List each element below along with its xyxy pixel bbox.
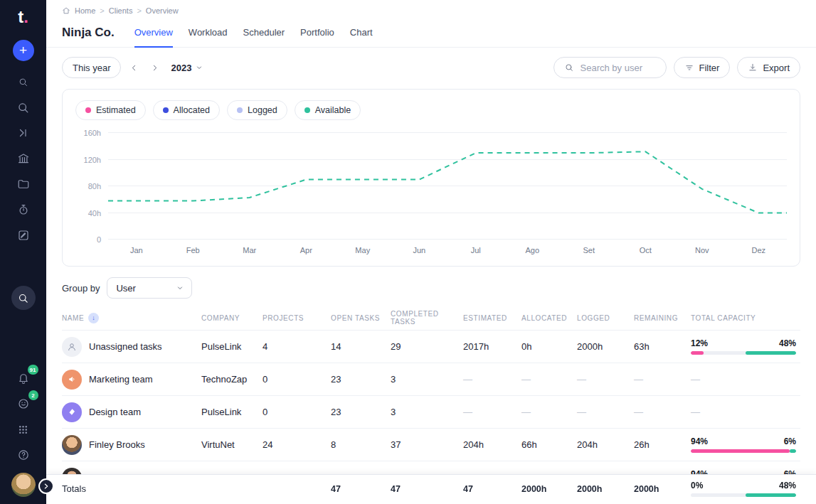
toolbar: This year 2023 Filter Export — [46, 48, 816, 87]
cell-completed-tasks: 3 — [391, 407, 463, 417]
add-button[interactable]: + — [13, 40, 34, 61]
legend-item-allocated[interactable]: Allocated — [153, 100, 220, 120]
breadcrumb-clients[interactable]: Clients — [109, 6, 133, 15]
search-icon — [564, 63, 574, 73]
month-label: Nov — [674, 246, 731, 254]
column-header-allocated[interactable]: Allocated — [521, 314, 577, 322]
table-row[interactable]: Finley BrooksVirtuNet24837204h66h204h26h… — [62, 429, 800, 461]
folder-icon[interactable] — [11, 172, 36, 196]
tab-portfolio[interactable]: Portfolio — [300, 18, 334, 48]
tab-overview[interactable]: Overview — [134, 18, 173, 48]
totals-estimated: 47 — [463, 484, 521, 494]
apps-grid-icon[interactable] — [11, 417, 36, 441]
range-button[interactable]: This year — [62, 57, 121, 78]
y-tick-label: 120h — [84, 156, 101, 164]
sort-descending-icon[interactable]: ↓ — [88, 313, 99, 323]
capacity-right-bar — [790, 449, 796, 453]
y-axis-labels: 160h120h80h40h0 — [75, 133, 108, 240]
capacity-track — [691, 493, 796, 497]
cell-projects: 0 — [263, 407, 331, 417]
search-small-icon[interactable] — [11, 70, 36, 94]
capacity-labels: 12%48% — [691, 338, 796, 348]
cell-completed-tasks: 37 — [391, 439, 463, 450]
legend-dot — [85, 107, 91, 113]
search-by-user-box[interactable] — [553, 57, 667, 78]
chart-plot — [108, 133, 787, 240]
month-label: Ago — [504, 246, 561, 254]
filter-button[interactable]: Filter — [674, 57, 731, 78]
capacity-left-bar — [691, 351, 704, 355]
prev-period-button[interactable] — [127, 63, 142, 73]
column-header-company[interactable]: Company — [201, 314, 263, 322]
capacity-labels: 0%48% — [691, 481, 796, 490]
groupby-label: Group by — [62, 283, 100, 294]
skip-end-icon[interactable] — [11, 121, 36, 145]
table-header-row: Name↓CompanyProjectsOpen tasksCompleted … — [62, 306, 800, 331]
breadcrumb-home[interactable]: Home — [75, 6, 95, 15]
tab-scheduler[interactable]: Scheduler — [243, 18, 285, 48]
column-header-total-capacity[interactable]: Total capacity — [691, 314, 800, 322]
cell-projects: 0 — [263, 374, 331, 385]
column-header-label: Estimated — [463, 314, 507, 322]
table-row[interactable]: Design teamPulseLink0233————— — [62, 396, 800, 429]
groupby-dropdown[interactable]: User — [107, 277, 192, 299]
next-period-button[interactable] — [147, 63, 162, 73]
photo1-avatar — [62, 435, 82, 455]
cell-allocated: — — [521, 374, 577, 385]
capacity-left-percent: 94% — [691, 436, 708, 446]
table-row[interactable]: Unassigned tasksPulseLink414292017h0h200… — [62, 331, 800, 363]
cell-remaining: 63h — [634, 341, 691, 352]
capacity-cell: 12%48% — [691, 338, 800, 355]
feedback-smiley-icon[interactable]: 2 — [11, 392, 36, 416]
tab-chart[interactable]: Chart — [350, 18, 373, 48]
capacity-left-percent: 12% — [691, 338, 708, 348]
column-header-open-tasks[interactable]: Open tasks — [331, 314, 391, 322]
capacity-left-bar — [691, 449, 790, 453]
cell-open-tasks: 14 — [331, 341, 391, 352]
column-header-remaining[interactable]: Remaining — [634, 314, 691, 322]
cell-remaining: 26h — [634, 439, 691, 450]
design-avatar — [62, 402, 82, 422]
year-dropdown[interactable]: 2023 — [168, 63, 206, 73]
export-button[interactable]: Export — [737, 57, 800, 78]
column-header-estimated[interactable]: Estimated — [463, 314, 521, 322]
chevron-down-icon — [176, 284, 184, 292]
marketing-avatar — [62, 370, 82, 390]
column-header-projects[interactable]: Projects — [263, 314, 331, 322]
legend-item-available[interactable]: Available — [295, 100, 361, 120]
table-row[interactable]: Marketing teamTechnoZap0233————— — [62, 363, 800, 396]
users-table: Name↓CompanyProjectsOpen tasksCompleted … — [46, 306, 816, 494]
legend-item-estimated[interactable]: Estimated — [75, 100, 146, 120]
help-icon[interactable] — [11, 443, 36, 467]
building-icon[interactable] — [11, 146, 36, 171]
timer-icon[interactable] — [11, 198, 36, 222]
search-active-icon[interactable] — [11, 286, 36, 310]
capacity-right-percent: 6% — [784, 436, 796, 446]
notifications-bell-icon[interactable]: 91 — [11, 366, 36, 390]
column-header-label: Total capacity — [691, 314, 756, 322]
cell-allocated: 66h — [521, 439, 577, 450]
capacity-right-bar — [746, 493, 796, 497]
app-logo: t. — [18, 9, 28, 26]
page-title: Ninja Co. — [62, 26, 115, 40]
month-label: Jun — [391, 246, 448, 254]
edit-note-icon[interactable] — [11, 223, 36, 247]
cell-open-tasks: 23 — [331, 407, 391, 417]
column-header-logged[interactable]: Logged — [577, 314, 634, 322]
search-icon[interactable] — [11, 95, 36, 119]
column-header-completed-tasks[interactable]: Completed tasks — [391, 310, 463, 326]
cell-completed-tasks: 29 — [391, 341, 463, 352]
month-label: Mar — [221, 246, 278, 254]
cell-logged: — — [577, 374, 634, 385]
search-by-user-input[interactable] — [579, 62, 656, 74]
legend-item-logged[interactable]: Logged — [227, 100, 287, 120]
column-header-name[interactable]: Name↓ — [62, 313, 201, 323]
cell-logged: — — [577, 407, 634, 417]
cell-remaining: — — [634, 407, 691, 417]
download-icon — [748, 63, 758, 73]
user-avatar[interactable] — [11, 473, 36, 497]
expand-sidebar-chevron[interactable] — [38, 478, 54, 494]
breadcrumb-separator: > — [137, 6, 141, 15]
column-header-label: Completed tasks — [391, 310, 463, 326]
tab-workload[interactable]: Workload — [189, 18, 228, 48]
